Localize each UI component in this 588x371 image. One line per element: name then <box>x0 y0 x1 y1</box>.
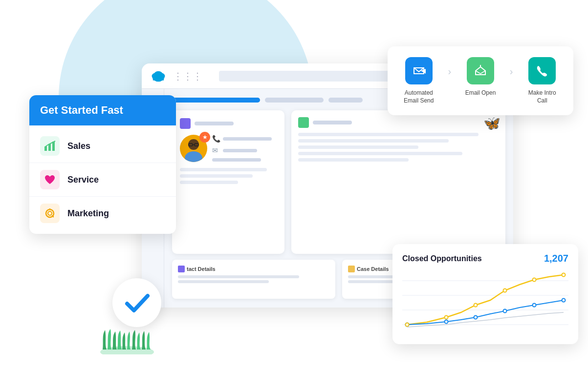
list-line-2 <box>180 174 253 178</box>
chart-value: 1,207 <box>544 253 568 264</box>
service-icon-box <box>40 170 60 189</box>
workflow-step-email-send: AutomatedEmail Send <box>399 57 438 104</box>
right-line-3 <box>298 145 418 149</box>
svg-point-30 <box>562 299 566 302</box>
svg-point-28 <box>503 309 507 313</box>
get-started-item-marketing[interactable]: Marketing <box>29 197 176 230</box>
contact-details-icon <box>178 266 185 272</box>
right-line-2 <box>298 139 449 143</box>
right-panel-title <box>313 121 352 124</box>
phone-bar <box>223 137 272 141</box>
list-line-3 <box>180 181 238 184</box>
sales-label: Sales <box>67 141 90 151</box>
svg-point-26 <box>445 320 448 324</box>
marketing-icon-box <box>40 204 60 223</box>
salesforce-logo <box>151 68 166 84</box>
panel-icon <box>180 118 191 129</box>
svg-point-27 <box>474 316 478 319</box>
get-started-header: Get Started Fast <box>29 95 176 125</box>
sales-icon-box <box>40 136 60 156</box>
extra-bar <box>212 158 261 162</box>
workflow-card: AutomatedEmail Send › Email Open › Make … <box>388 46 573 115</box>
svg-point-31 <box>406 323 409 327</box>
chart-header: Closed Opportunities 1,207 <box>402 253 568 264</box>
email-icon: ✉ <box>212 146 220 154</box>
contact-details-card: tact Details <box>172 260 335 299</box>
list-line-1 <box>180 168 267 171</box>
contact-details-title-row: tact Details <box>178 266 329 272</box>
get-started-title: Get Started Fast <box>40 104 165 117</box>
chart-svg <box>402 271 568 334</box>
svg-point-35 <box>533 278 536 282</box>
email-open-label: Email Open <box>465 89 496 97</box>
get-started-item-sales[interactable]: Sales <box>29 129 176 163</box>
svg-point-36 <box>562 273 566 277</box>
svg-point-34 <box>503 289 507 292</box>
svg-rect-11 <box>48 144 51 151</box>
contact-panel: ★ 📞 ✉ <box>172 110 284 254</box>
case-details-label: Case Details <box>357 266 389 272</box>
panel-title-bar <box>195 122 234 125</box>
svg-point-14 <box>48 211 52 215</box>
chart-title: Closed Opportunities <box>402 254 482 263</box>
contact-line-2 <box>178 280 269 283</box>
email-send-label: AutomatedEmail Send <box>404 89 434 104</box>
intro-call-icon <box>528 57 556 84</box>
right-line-4 <box>298 152 462 155</box>
contact-details-lines <box>178 275 329 283</box>
intro-call-label: Make Intro Call <box>523 89 562 104</box>
right-line-5 <box>298 158 409 162</box>
right-panel: 🦋 <box>291 110 505 254</box>
contact-line-1 <box>178 275 299 278</box>
svg-rect-4 <box>153 77 164 80</box>
workflow-arrow-1: › <box>448 66 452 77</box>
get-started-item-service[interactable]: Service <box>29 163 176 197</box>
svg-point-33 <box>474 304 478 307</box>
get-started-items: Sales Service Marketing <box>29 125 176 234</box>
avatar-container: ★ <box>180 135 207 162</box>
contact-info: 📞 ✉ <box>212 135 277 162</box>
svg-point-32 <box>445 316 448 319</box>
panel-header <box>180 118 277 129</box>
marketing-label: Marketing <box>67 208 109 219</box>
phone-icon: 📞 <box>212 135 220 143</box>
top-bar-2 <box>328 98 363 103</box>
green-list-icon <box>298 117 309 128</box>
svg-point-9 <box>185 151 202 162</box>
right-line-1 <box>298 133 479 136</box>
checkmark-icon <box>122 288 152 317</box>
star-badge: ★ <box>199 132 210 143</box>
workflow-arrow-2: › <box>510 66 513 77</box>
email-send-icon <box>405 57 433 84</box>
svg-rect-10 <box>44 146 47 151</box>
right-panel-header <box>298 117 499 128</box>
checkmark-circle <box>112 278 161 327</box>
info-line-email: ✉ <box>212 146 277 154</box>
email-open-icon <box>467 57 494 84</box>
contact-list-lines <box>180 168 277 184</box>
svg-point-29 <box>533 304 536 307</box>
top-bar-blue <box>172 98 260 103</box>
svg-rect-12 <box>52 142 55 151</box>
right-list-lines <box>298 133 499 162</box>
top-bar-1 <box>265 98 324 103</box>
case-details-icon <box>348 266 355 272</box>
content-panels: ★ 📞 ✉ <box>172 110 505 254</box>
info-line-phone: 📞 <box>212 135 277 143</box>
grid-icon: ⋮⋮⋮ <box>173 70 202 82</box>
workflow-step-intro-call: Make Intro Call <box>523 57 562 104</box>
avatar-section: ★ 📞 ✉ <box>180 135 277 162</box>
get-started-card: Get Started Fast Sales Service <box>29 95 176 234</box>
workflow-step-email-open: Email Open <box>461 57 500 97</box>
email-bar <box>223 149 257 152</box>
service-label: Service <box>67 175 99 185</box>
info-line-extra <box>212 158 277 162</box>
grass-decoration <box>98 328 156 356</box>
svg-line-16 <box>52 216 53 217</box>
chart-card: Closed Opportunities 1,207 <box>392 244 578 344</box>
contact-details-label: tact Details <box>187 266 216 272</box>
butterfly-icon: 🦋 <box>483 115 501 131</box>
